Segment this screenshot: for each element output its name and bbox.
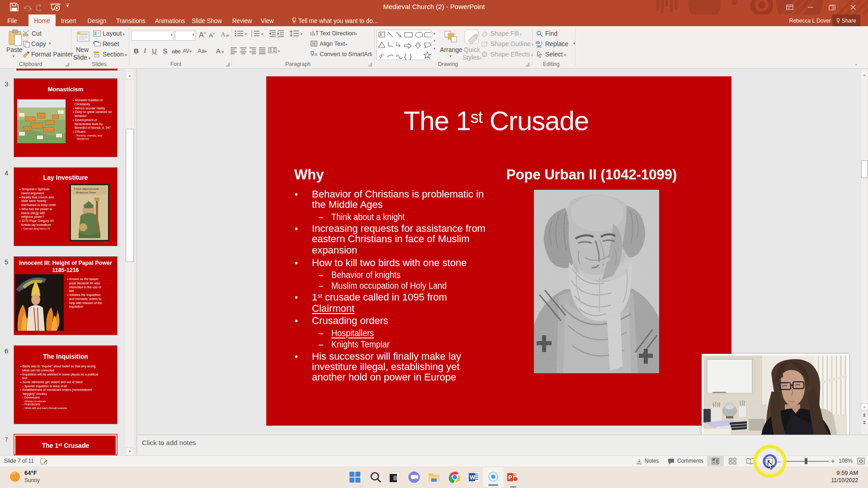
svg-text:3: 3	[251, 34, 252, 37]
svg-text:Convert to SmartArt: Convert to SmartArt	[320, 51, 372, 57]
svg-text:Linea imperatorum: Linea imperatorum	[74, 187, 99, 191]
svg-text:▾: ▾	[370, 53, 372, 57]
svg-text:}: }	[410, 53, 412, 60]
svg-text:▾: ▾	[301, 32, 302, 36]
svg-text:▾: ▾	[345, 42, 347, 47]
svg-text:W: W	[470, 474, 476, 481]
svg-text:▾: ▾	[261, 32, 263, 36]
svg-text:Heinricus Setus: Heinricus Setus	[76, 191, 96, 194]
svg-text:P: P	[509, 474, 512, 481]
svg-text:{: {	[404, 53, 406, 60]
svg-text:▾: ▾	[278, 49, 280, 53]
svg-text:A: A	[380, 33, 382, 36]
svg-text:Text Direction: Text Direction	[320, 30, 355, 37]
svg-text:A: A	[221, 31, 226, 38]
svg-text:▾: ▾	[30, 7, 32, 11]
svg-text:Align Text: Align Text	[320, 40, 345, 47]
svg-text:▾: ▾	[245, 32, 247, 36]
svg-text:▾: ▾	[355, 32, 357, 36]
svg-text:ac: ac	[537, 44, 542, 47]
